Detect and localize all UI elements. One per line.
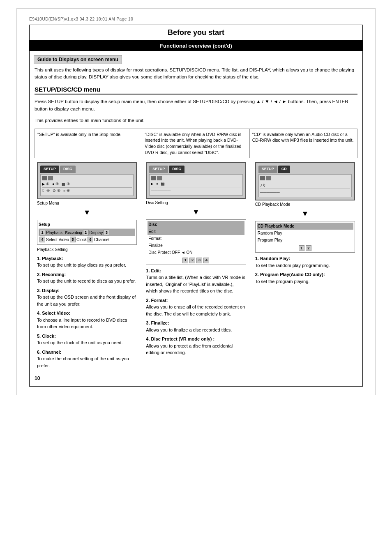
col3-screen: SETUP CD ♪♫ <box>255 162 355 200</box>
file-info: E9410UD(EN/SP)v1.qx3 04.3.22 10:01 AM Pa… <box>29 17 363 21</box>
col1-d5-text: To set up the clock of the unit as you n… <box>37 339 137 346</box>
col1-item1: Playback <box>46 230 63 236</box>
col3-screen-content: ♪♫ —————— <box>258 174 352 198</box>
col2-item-finalize: Finalize <box>148 242 162 249</box>
col1-note-box: "SETUP" is available only in the Stop mo… <box>35 129 142 158</box>
setup-check-icon <box>48 176 53 180</box>
col2-d1-heading: 1. Edit: <box>146 267 246 274</box>
col3-bar: —————— <box>260 190 350 195</box>
col3-item-program: Program Play <box>258 237 283 243</box>
col1-d1-text: To set up the unit to play discs as you … <box>37 262 137 269</box>
screens-section: SETUP DISC ▶ ① ● ② ▦ ③ <box>35 162 357 371</box>
col1-item3: Select Video <box>46 237 69 243</box>
col2-check-icon <box>157 176 162 180</box>
col2-tab-disc: DISC <box>169 166 184 173</box>
page-border: Before you start Functional overview (co… <box>29 25 363 387</box>
col1-submenu-row2: 4 Select Video 5 Clock 6 Channel <box>39 236 135 243</box>
col2-submenu-row3: Finalize <box>148 242 244 249</box>
col2-submenu-row1: Edit <box>148 228 244 235</box>
col2-submenu: Disc Edit Format Finalize Disc Protect O <box>146 219 246 265</box>
col3-submenu-row0: CD Playback Mode <box>257 223 353 230</box>
col3-tabs-row: SETUP CD <box>258 166 352 173</box>
col1-d3-text: To set up the OSD screen and the front d… <box>37 294 137 307</box>
col1-row-text2: ☾ ④ ⊙ ⑤ ≡ ⑥ <box>42 188 70 194</box>
col3-d1-text: To set the random play programming. <box>255 262 355 269</box>
col2-badge2: 2 <box>189 258 195 263</box>
col3-arrow: ▼ <box>255 208 355 219</box>
col2-badge4: 4 <box>203 258 209 263</box>
col1-item4: Clock <box>76 237 87 243</box>
col2-tabs-row: SETUP DISC <box>149 166 242 173</box>
col3-note-box: "CD" is available only when an Audio CD … <box>250 129 357 158</box>
col1-badge3: 3 <box>104 230 109 235</box>
col3-note: "CD" is available only when an Audio CD … <box>252 132 354 143</box>
col2-d3-text: Allows you to finalize a disc recorded t… <box>146 327 246 334</box>
col3-d2-heading: 2. Program Play(Audio CD only): <box>255 271 355 278</box>
setup-desc-2: This provides entries to all main functi… <box>35 117 357 124</box>
col1-d4-heading: 4. Select Video: <box>37 310 137 317</box>
col2-arrow: ▼ <box>146 207 246 218</box>
col2-d3-heading: 3. Finalize: <box>146 320 246 327</box>
col1-submenu-row1: 1 Playback Recording 2 Display 3 <box>39 229 135 236</box>
page-wrapper: E9410UD(EN/SP)v1.qx3 04.3.22 10:01 AM Pa… <box>16 8 376 395</box>
col3-badges-row: 1 2 <box>257 245 353 251</box>
col2-note: "DISC" is available only when a DVD-R/RW… <box>145 132 241 155</box>
col2-list-icon <box>151 176 156 180</box>
col3-d1-heading: 1. Random Play: <box>255 255 355 262</box>
col1-item2: Display <box>90 230 103 236</box>
col1-d3-heading: 3. Display: <box>37 287 137 294</box>
col3-cd-label: CD Playback Mode <box>258 223 294 229</box>
col2-tab-setup: SETUP <box>149 166 168 173</box>
section-label-wrapper: Guide to Displays on screen menu <box>30 51 362 67</box>
col1-icon-row2: ▶ ① ● ② ▦ ③ <box>42 182 132 187</box>
section-label: Guide to Displays on screen menu <box>34 55 122 64</box>
setup-heading: SETUP/DISC/CD menu <box>35 86 357 94</box>
col2-d4-heading: 4. Disc Protect (VR mode only) : <box>146 336 246 343</box>
col1-badge5: 5 <box>70 237 76 242</box>
col3-music-icon: ♪♫ <box>260 182 266 189</box>
col1-screens: SETUP DISC ▶ ① ● ② ▦ ③ <box>35 162 139 371</box>
col3-submenu-row2: Program Play <box>257 237 353 244</box>
col3-d2-text: To set the program playing. <box>255 278 355 285</box>
intro-text: This unit uses the following types of di… <box>35 67 357 81</box>
col3-item-random: Random Play <box>258 230 282 236</box>
col2-d1-text: Turns on a title list, (When a disc with… <box>146 274 246 295</box>
col2-item-format: Format <box>148 235 161 242</box>
col2-d4-text: Allows you to protect a disc from accide… <box>146 343 246 356</box>
col2-icon-row2: ▶ ● 🎬 <box>151 182 241 187</box>
col3-caption: CD Playback Mode <box>255 201 355 207</box>
col2-submenu-row4: Disc Protect OFF ◄ ON <box>148 249 244 256</box>
col1-note: "SETUP" is available only in the Stop mo… <box>37 132 122 137</box>
col2-d2-heading: 2. Format: <box>146 297 246 304</box>
col1-badge6: 6 <box>88 237 93 242</box>
col1-submenu-header: Setup <box>39 221 135 228</box>
col3-icon-row2: ♪♫ <box>260 182 350 189</box>
col1-d2-heading: 2. Recording: <box>37 271 137 278</box>
col2-row-text: ▶ ● 🎬 <box>151 182 165 187</box>
col1-sub-caption: Playback Setting <box>37 246 137 253</box>
col1-tab-setup: SETUP <box>40 166 59 173</box>
col2-submenu-row2: Format <box>148 235 244 242</box>
col2-caption: Disc Setting <box>146 200 246 206</box>
col1-icon-row1 <box>42 176 132 180</box>
col2-screen-content: ▶ ● 🎬 —————— <box>149 174 242 196</box>
subtitle-bar: Functional overview (cont'd) <box>30 41 362 51</box>
col1-item5: Channel <box>94 237 109 243</box>
col2-badge3: 3 <box>196 258 202 263</box>
col2-screens: SETUP DISC ▶ ● 🎬 <box>143 162 248 371</box>
col2-icon-row1 <box>151 176 241 180</box>
col1-caption: Setup Menu <box>37 200 137 206</box>
col2-submenu-row0: Disc <box>148 221 244 228</box>
col2-note-box: "DISC" is available only when a DVD-R/RW… <box>142 129 249 158</box>
col1-submenu: Setup 1 Playback Recording 2 Display 3 4… <box>37 220 137 245</box>
col1-d4-text: To choose a line input to record to DVD … <box>37 317 137 330</box>
col2-d2-text: Allows you to erase all of the recorded … <box>146 304 246 317</box>
col1-screen: SETUP DISC ▶ ① ● ② ▦ ③ <box>37 162 137 199</box>
setup-list-icon <box>42 176 47 180</box>
col2-badges-row: 1 2 3 4 <box>148 258 244 263</box>
col3-submenu-row1: Random Play <box>257 230 353 237</box>
col3-tab-cd: CD <box>278 166 290 173</box>
col3-icon-row1 <box>260 176 350 180</box>
col1-d6-heading: 6. Channel: <box>37 349 137 356</box>
col2-item-protect: Disc Protect OFF ◄ ON <box>148 249 192 256</box>
